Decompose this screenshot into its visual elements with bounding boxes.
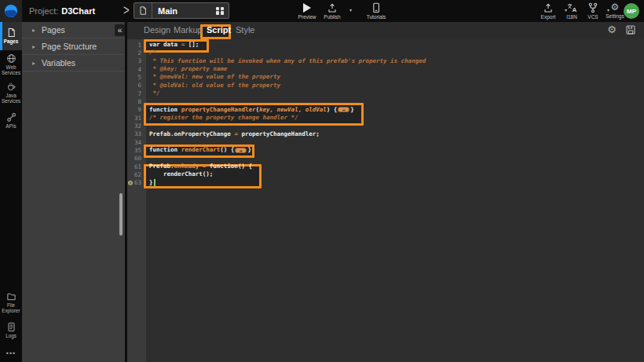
left-icon-rail: Pages Web Services Java Services APIs xyxy=(0,22,22,362)
code-line[interactable]: * @oldVal: old value of the property xyxy=(149,82,644,90)
file-explorer-folder-icon xyxy=(6,291,16,302)
line-number: 2 xyxy=(137,49,141,57)
code-line[interactable]: function renderChart() {↔} xyxy=(149,146,644,154)
settings-gear-icon: ⚙ xyxy=(611,2,620,13)
preview-button[interactable]: Preview xyxy=(294,2,320,20)
gutter-line: 6 xyxy=(127,82,146,90)
pages-panel: ▸ Pages ▸ Page Structure ▸ Variables « xyxy=(22,22,125,362)
code-line[interactable]: var data = []; xyxy=(149,41,644,49)
code-line[interactable]: * @newVal: new value of the property xyxy=(149,73,644,81)
panel-section-variables[interactable]: ▸ Variables xyxy=(22,55,125,71)
web-services-globe-icon xyxy=(6,53,16,64)
caret-down-icon[interactable]: ▾ xyxy=(349,7,352,13)
info-marker-icon: i xyxy=(128,181,133,185)
project-label: Project: xyxy=(29,6,58,16)
code-line[interactable]: function propertyChangeHandler(key, newV… xyxy=(149,106,644,114)
vcs-button[interactable]: VCS ▾ xyxy=(583,2,603,20)
save-floppy-icon[interactable] xyxy=(625,24,636,35)
tutorials-book-icon xyxy=(371,2,382,13)
preview-play-icon xyxy=(303,3,311,13)
panel-scrollbar[interactable] xyxy=(119,193,123,236)
panel-collapse-button[interactable]: « xyxy=(115,24,125,36)
more-options-button[interactable]: ••• xyxy=(0,345,22,362)
code-line[interactable] xyxy=(149,97,644,105)
tutorials-button[interactable]: Tutorials xyxy=(360,2,392,20)
line-number: 9 xyxy=(137,106,141,113)
gutter-line: 5 xyxy=(127,73,146,81)
line-number: 61 xyxy=(134,163,141,170)
java-services-coffee-icon xyxy=(6,82,16,92)
project-name: D3Chart xyxy=(61,6,95,16)
sidebar-item-pages[interactable]: Pages xyxy=(0,22,22,50)
code-line[interactable] xyxy=(149,122,644,130)
tab-script[interactable]: Script xyxy=(207,25,231,35)
project-breadcrumb: Project: D3Chart xyxy=(29,0,95,22)
publish-button[interactable]: Publish ▾ xyxy=(319,2,346,20)
line-number: 35 xyxy=(134,147,141,154)
gutter-line: 33 xyxy=(127,130,146,138)
code-line[interactable]: Prefab.onReady = function() { xyxy=(149,163,644,170)
code-line[interactable] xyxy=(149,155,644,163)
sidebar-item-java-services[interactable]: Java Services xyxy=(0,79,22,107)
page-file-icon xyxy=(134,3,152,18)
page-switcher-grid-icon[interactable] xyxy=(211,7,229,15)
code-line[interactable]: } xyxy=(149,179,644,187)
i18n-translate-icon: A xyxy=(566,2,577,13)
expand-triangle-icon: ▸ xyxy=(32,43,35,50)
code-line[interactable]: * @key: property name xyxy=(149,65,644,73)
line-number: 1 xyxy=(137,42,141,49)
gutter-line: 7 xyxy=(127,90,146,97)
i18n-button[interactable]: A I18N xyxy=(561,2,583,20)
chevron-right-icon: > xyxy=(123,2,130,17)
line-number: 31 xyxy=(134,115,141,122)
sidebar-item-file-explorer[interactable]: File Explorer xyxy=(0,288,22,316)
pages-icon xyxy=(6,27,16,38)
code-line[interactable]: * This function will be invoked when any… xyxy=(149,57,644,65)
apis-connector-icon xyxy=(6,112,16,122)
line-number: 34 xyxy=(134,139,141,146)
expand-triangle-icon: ▸ xyxy=(32,27,35,34)
rail-spacer xyxy=(0,135,22,288)
vcs-branch-icon xyxy=(587,2,598,13)
panel-section-page-structure[interactable]: ▸ Page Structure xyxy=(22,38,125,55)
folded-code-widget[interactable]: ↔ xyxy=(338,107,349,112)
tab-design[interactable]: Design xyxy=(144,25,170,35)
line-number: 4 xyxy=(137,66,141,73)
code-line[interactable]: renderChart(); xyxy=(149,170,644,178)
line-number: 63 xyxy=(134,179,141,186)
line-number: 33 xyxy=(134,130,141,137)
code-line[interactable]: */ xyxy=(149,90,644,97)
ide-window: Project: D3Chart > Main Preview Publish xyxy=(0,0,644,362)
folded-code-widget[interactable]: ↔ xyxy=(235,148,247,153)
editor-pane: Design Markup Script Style ⚙ 123456789▸3… xyxy=(127,22,644,362)
line-number: 3 xyxy=(137,57,141,64)
logs-document-icon xyxy=(6,322,16,332)
text-cursor xyxy=(154,179,156,186)
code-line[interactable]: Prefab.onPropertyChange = propertyChange… xyxy=(149,130,644,138)
gutter-line: 3 xyxy=(127,57,146,65)
line-number: 8 xyxy=(137,98,141,105)
line-number: 62 xyxy=(134,171,141,178)
wavemaker-logo-icon xyxy=(5,5,17,17)
code-line[interactable]: /* register the property change handler … xyxy=(149,114,644,122)
sidebar-item-logs[interactable]: Logs xyxy=(0,316,22,345)
line-number: 7 xyxy=(137,90,141,97)
user-avatar[interactable]: MP xyxy=(624,3,639,19)
line-number: 32 xyxy=(134,122,141,130)
tab-markup[interactable]: Markup xyxy=(174,25,203,35)
page-tab-main[interactable]: Main xyxy=(134,2,229,19)
tab-style[interactable]: Style xyxy=(236,25,254,35)
editor-settings-gear-icon[interactable]: ⚙ xyxy=(607,24,617,35)
panel-section-pages[interactable]: ▸ Pages xyxy=(22,22,125,38)
editor-gutter: 123456789▸3132333435▸606162i63 xyxy=(127,39,146,362)
app-logo[interactable] xyxy=(0,0,22,22)
code-line[interactable] xyxy=(149,138,644,146)
export-button[interactable]: Export ▾ xyxy=(536,2,561,20)
editor-code[interactable]: var data = [];/* * This function will be… xyxy=(146,39,644,362)
top-bar: Project: D3Chart > Main Preview Publish xyxy=(0,0,644,22)
line-number: 5 xyxy=(137,74,141,81)
editor-toolbar: ⚙ xyxy=(607,24,636,35)
sidebar-item-web-services[interactable]: Web Services xyxy=(0,50,22,79)
sidebar-item-apis[interactable]: APIs xyxy=(0,107,22,135)
code-line[interactable]: /* xyxy=(149,49,644,57)
